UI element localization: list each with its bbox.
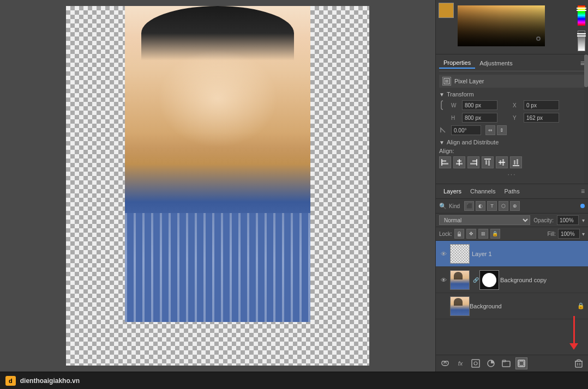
tab-layers[interactable]: Layers — [439, 186, 466, 196]
hue-bar[interactable] — [578, 5, 585, 26]
svg-rect-1 — [445, 80, 448, 83]
alpha-bar[interactable] — [578, 31, 585, 51]
add-adjustment-btn[interactable] — [485, 357, 497, 369]
visibility-bg-copy[interactable]: 👁 — [439, 276, 448, 284]
y-input[interactable] — [524, 113, 559, 123]
canvas-area — [0, 0, 435, 372]
h-label: H — [451, 115, 460, 121]
filter-type-btn[interactable]: T — [487, 201, 497, 211]
blend-mode-select[interactable]: Normal — [439, 215, 530, 225]
layers-list: 👁 Layer 1 👁 🔗 — [436, 241, 588, 355]
w-input[interactable] — [462, 100, 497, 110]
more-options[interactable]: ··· — [439, 171, 585, 178]
svg-rect-8 — [472, 160, 477, 162]
filter-smartobj-btn[interactable]: ⊕ — [510, 201, 520, 211]
align-left-btn[interactable] — [439, 156, 451, 168]
align-top-btn[interactable] — [482, 156, 494, 168]
tab-paths[interactable]: Paths — [500, 186, 524, 196]
fill-label: Fill: — [547, 231, 556, 237]
lock-position-btn[interactable]: ✥ — [466, 229, 476, 239]
mask-shape — [482, 273, 496, 287]
layers-panel: Layers Channels Paths ≡ 🔍 Kind ⬛ ◐ T ⬡ ⊕ — [436, 184, 588, 372]
align-arrow: ▼ — [439, 139, 445, 145]
align-bottom-btn[interactable] — [510, 156, 522, 168]
layer-item-layer1[interactable]: 👁 Layer 1 — [436, 241, 588, 267]
lock-pixels-btn[interactable] — [454, 229, 464, 239]
properties-scrollbar[interactable] — [584, 54, 588, 184]
angle-input[interactable] — [451, 125, 481, 135]
tab-channels[interactable]: Channels — [466, 186, 500, 196]
lock-artboard-btn[interactable]: ⊞ — [478, 229, 488, 239]
fill-input[interactable] — [558, 229, 580, 239]
add-mask-btn[interactable] — [470, 357, 482, 369]
link-hw-icon — [439, 112, 447, 123]
pixel-layer-label: Pixel Layer — [454, 78, 484, 84]
transform-section: ▼ Transform W X — [439, 91, 585, 136]
align-center-h-btn[interactable] — [453, 156, 465, 168]
color-gradient[interactable] — [458, 5, 545, 46]
blend-row: Normal Opacity: ▾ — [436, 214, 588, 227]
filter-adjustment-btn[interactable]: ◐ — [476, 201, 485, 211]
opacity-label: Opacity: — [533, 217, 554, 223]
transform-label: Transform — [447, 91, 474, 98]
pixel-layer-icon — [442, 77, 451, 86]
new-layer-btn[interactable] — [515, 357, 527, 369]
visibility-background[interactable] — [439, 302, 448, 311]
canvas-wrapper — [66, 6, 369, 366]
background-name: Background — [470, 303, 577, 309]
search-icon: 🔍 — [439, 203, 447, 210]
lock-label: Lock: — [439, 231, 452, 237]
align-row-1 — [439, 156, 585, 168]
align-right-btn[interactable] — [467, 156, 479, 168]
svg-rect-3 — [442, 163, 448, 165]
filter-active-dot — [580, 204, 585, 208]
align-sublabel: Align: — [439, 148, 585, 154]
link-wh-icon — [439, 100, 447, 111]
flip-v-btn[interactable]: ⇕ — [497, 125, 507, 135]
align-center-v-btn[interactable] — [496, 156, 508, 168]
red-arrow-indicator — [569, 316, 578, 350]
color-swatch[interactable] — [439, 3, 454, 18]
svg-rect-20 — [458, 234, 461, 236]
svg-rect-21 — [472, 360, 479, 367]
flip-h-btn[interactable]: ⇔ — [485, 125, 495, 135]
fx-btn[interactable]: fx — [454, 357, 466, 369]
fill-arrow[interactable]: ▾ — [582, 231, 585, 237]
w-label: W — [451, 102, 460, 108]
tab-properties[interactable]: Properties — [439, 58, 475, 69]
opacity-arrow[interactable]: ▾ — [582, 217, 585, 223]
angle-icon — [439, 125, 447, 136]
svg-rect-2 — [442, 160, 446, 162]
lock-row: Lock: ✥ ⊞ 🔒 Fill: ▾ — [436, 227, 588, 241]
align-header[interactable]: ▼ Align and Distribute — [439, 139, 585, 145]
red-arrow-head — [569, 343, 578, 350]
svg-rect-18 — [517, 159, 518, 165]
filter-shape-btn[interactable]: ⬡ — [499, 201, 508, 211]
h-input[interactable] — [462, 113, 497, 123]
x-input[interactable] — [524, 100, 559, 110]
transform-controls: W X H Y — [439, 100, 585, 136]
visibility-layer1[interactable]: 👁 — [439, 250, 448, 258]
tab-adjustments[interactable]: Adjustments — [475, 58, 517, 68]
brand-logo: d — [5, 376, 16, 386]
transform-row-wh: W X — [439, 100, 585, 111]
layers-menu-icon[interactable]: ≡ — [581, 187, 585, 195]
layer-item-background[interactable]: Background 🔒 — [436, 293, 588, 319]
layer-item-bg-copy[interactable]: 👁 🔗 Background copy — [436, 267, 588, 293]
svg-rect-17 — [514, 160, 515, 165]
svg-rect-11 — [485, 160, 487, 165]
bg-copy-thumbnail — [450, 270, 470, 290]
svg-point-22 — [474, 362, 477, 365]
background-lock-icon: 🔒 — [577, 302, 585, 309]
align-label: Align and Distribute — [447, 139, 499, 145]
filter-pixel-btn[interactable]: ⬛ — [464, 201, 474, 211]
transform-header[interactable]: ▼ Transform — [439, 91, 585, 98]
link-layers-btn[interactable] — [439, 357, 451, 369]
opacity-input[interactable] — [557, 215, 579, 225]
lock-all-btn[interactable]: 🔒 — [490, 229, 500, 239]
scrollbar-thumb[interactable] — [584, 54, 588, 87]
group-layers-btn[interactable] — [500, 357, 512, 369]
properties-panel: Properties Adjustments ≡ Pixel Layer ▼ T… — [436, 54, 588, 184]
delete-layer-btn[interactable] — [573, 357, 585, 369]
panel-tabs: Properties Adjustments ≡ — [439, 58, 585, 71]
